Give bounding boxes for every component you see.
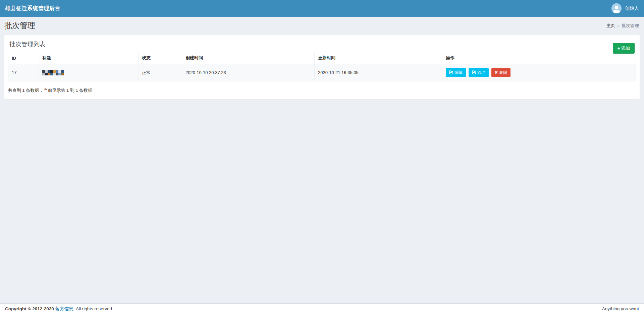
col-header-updated: 更新时间 <box>315 52 442 64</box>
batch-table-wrap: ID 标题 状态 创建时间 更新时间 操作 17 正常 <box>4 52 640 81</box>
edit-icon <box>449 70 453 74</box>
content-header: 批次管理 主页>批次管理 <box>0 17 644 35</box>
user-avatar-icon <box>611 3 622 13</box>
add-button[interactable]: + 添加 <box>613 43 635 54</box>
breadcrumb-home-link[interactable]: 主页 <box>606 23 615 28</box>
add-button-label: 添加 <box>621 45 630 51</box>
plus-icon: + <box>618 46 620 51</box>
col-header-status: 状态 <box>139 52 182 64</box>
breadcrumb: 主页>批次管理 <box>606 23 639 29</box>
row-actions: 编辑 管理 <box>446 68 632 77</box>
batch-list-panel: 批次管理列表 + 添加 ID 标题 状态 创建时间 更新时间 <box>4 35 640 100</box>
delete-button[interactable]: ✖ 删除 <box>491 68 511 77</box>
col-header-actions: 操作 <box>442 52 636 64</box>
delete-x-icon: ✖ <box>495 71 498 74</box>
page-title: 批次管理 <box>4 20 35 31</box>
cell-updated: 2020-10-21 16:35:05 <box>315 64 442 81</box>
company-link[interactable]: 蓝方信息 <box>55 306 73 311</box>
redacted-mosaic <box>42 70 64 75</box>
copyright: Copyright © 2012-2020 蓝方信息. All rights r… <box>5 306 113 312</box>
col-header-id: ID <box>8 52 39 64</box>
edit-button[interactable]: 编辑 <box>446 68 466 77</box>
panel-header: 批次管理列表 <box>4 35 640 52</box>
col-header-created: 创建时间 <box>182 52 315 64</box>
footer-right-text: Anything you want <box>602 306 639 311</box>
cell-created: 2020-10-10 20:37:23 <box>182 64 315 81</box>
rights-text: All rights reserved. <box>76 306 113 311</box>
breadcrumb-current: 批次管理 <box>622 23 639 28</box>
user-name: 创始人 <box>625 5 639 11</box>
manage-edit-icon <box>472 70 476 74</box>
copyright-suffix: . <box>73 306 75 311</box>
cell-actions: 编辑 管理 <box>442 64 636 81</box>
user-menu[interactable]: 创始人 <box>611 3 639 13</box>
cell-title <box>39 64 139 81</box>
top-header: 雄县征迁系统管理后台 创始人 <box>0 0 644 17</box>
table-row: 17 正常 2020-10-10 20:37:23 2020-10-21 16:… <box>8 64 636 81</box>
app-title[interactable]: 雄县征迁系统管理后台 <box>5 5 60 12</box>
content-area: 批次管理 主页>批次管理 批次管理列表 + 添加 ID 标题 <box>0 17 644 303</box>
edit-button-label: 编辑 <box>454 70 463 75</box>
delete-button-label: 删除 <box>499 70 507 75</box>
breadcrumb-separator: > <box>617 23 620 28</box>
batch-table: ID 标题 状态 创建时间 更新时间 操作 17 正常 <box>8 52 636 81</box>
table-summary: 共查到 1 条数据，当前显示第 1 到 1 条数据 <box>4 81 640 99</box>
cell-id: 17 <box>8 64 39 81</box>
panel-title: 批次管理列表 <box>9 41 46 48</box>
copyright-prefix: Copyright © 2012-2020 <box>5 306 54 311</box>
cell-status: 正常 <box>139 64 182 81</box>
manage-button-label: 管理 <box>477 70 485 75</box>
page-footer: Copyright © 2012-2020 蓝方信息. All rights r… <box>0 303 644 314</box>
col-header-title: 标题 <box>39 52 139 64</box>
table-header-row: ID 标题 状态 创建时间 更新时间 操作 <box>8 52 636 64</box>
manage-button[interactable]: 管理 <box>469 68 489 77</box>
